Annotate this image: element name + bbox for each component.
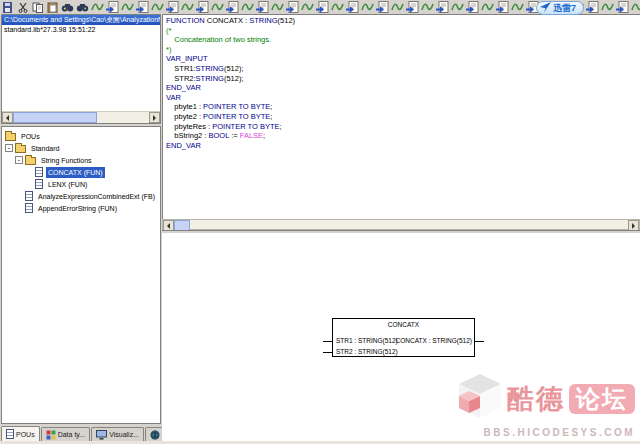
macro-green-icon[interactable]: [391, 1, 405, 13]
collapse-minus-icon[interactable]: -: [5, 144, 13, 152]
tree-item-label: AppendErrorString (FUN): [36, 203, 119, 214]
doc-arrow-icon[interactable]: [226, 1, 240, 13]
tab-label: POUs: [16, 431, 35, 438]
find-icon[interactable]: [61, 1, 75, 13]
brand-forum-box: 论坛: [569, 384, 635, 414]
badge-label: 迅雷7: [553, 2, 576, 15]
macro-green-icon[interactable]: [181, 1, 195, 13]
scrollbar-thumb[interactable]: [13, 112, 97, 123]
doc-arrow-icon[interactable]: [316, 1, 330, 13]
thunder7-overlay-badge[interactable]: 迅雷7: [536, 1, 584, 15]
code-line: END_VAR: [166, 83, 640, 93]
scroll-right-button[interactable]: [149, 112, 160, 123]
tree-item-lenx-fun[interactable]: LENX (FUN): [2, 178, 160, 190]
output-wire: [475, 341, 484, 342]
scrollbar-track[interactable]: [97, 112, 149, 123]
doc-arrow-icon[interactable]: [436, 1, 450, 13]
code-line: Concatenation of two strings.: [166, 35, 640, 45]
library-manager-panel: C:\Documents and Settings\Cao\桌面\Analyza…: [1, 14, 161, 124]
code-line: STR1:STRING(512);: [166, 64, 640, 74]
tab-label: Visualiz...: [109, 431, 139, 438]
fbd-diagram-area[interactable]: CONCATX STR1 : STRING(512) STR2 : STRING…: [162, 233, 640, 444]
block-input-2: STR2 : STRING(512): [336, 348, 398, 355]
input-wire-2: [323, 352, 332, 353]
macro-green-icon[interactable]: [511, 1, 525, 13]
macro-green-icon[interactable]: [421, 1, 435, 13]
copy-icon[interactable]: [31, 1, 45, 13]
tree-item-label: Standard: [29, 143, 61, 154]
code-hscrollbar[interactable]: [162, 219, 640, 230]
site-url-text: BBS.HICODESYS.COM: [420, 427, 635, 438]
tree-item-string-functions[interactable]: -String Functions: [2, 154, 160, 166]
tree-item-label: LENX (FUN): [46, 179, 89, 190]
macro-green-icon[interactable]: [631, 1, 640, 13]
scroll-left-button[interactable]: [2, 112, 13, 123]
library-file-info: standard.lib*27.3.98 15:51:22: [2, 25, 160, 35]
brand-chinese-text: 酷德: [507, 384, 565, 414]
doc-arrow-icon[interactable]: [166, 1, 180, 13]
macro-green-icon[interactable]: [151, 1, 165, 13]
tree-item-label: CONCATX (FUN): [46, 167, 105, 178]
find-replace-icon[interactable]: [76, 1, 90, 13]
function-block-concatx[interactable]: CONCATX STR1 : STRING(512) STR2 : STRING…: [332, 318, 475, 357]
paste-icon[interactable]: [46, 1, 60, 13]
tree-item-label: AnalyzeExpressionCombinedExt (FB): [36, 191, 157, 202]
collapse-minus-icon[interactable]: -: [15, 156, 23, 164]
doc-arrow-icon[interactable]: [406, 1, 420, 13]
datatypes-icon: [46, 430, 56, 440]
tree-item-standard[interactable]: -Standard: [2, 142, 160, 154]
doc-arrow-icon[interactable]: [286, 1, 300, 13]
tree-item-appenderrorstring-fun[interactable]: AppendErrorString (FUN): [2, 202, 160, 214]
tab-visualiz[interactable]: Visualiz...: [91, 427, 144, 441]
pou-tree-panel: POUs-Standard-String FunctionsCONCATX (F…: [1, 126, 161, 424]
tree-item-pous[interactable]: POUs: [2, 130, 160, 142]
doc-arrow-icon[interactable]: [136, 1, 150, 13]
scrollbar-track[interactable]: [190, 220, 628, 229]
doc-arrow-icon[interactable]: [256, 1, 270, 13]
doc-arrow-icon[interactable]: [376, 1, 390, 13]
doc-arrow-icon[interactable]: [346, 1, 360, 13]
globals-icon: [150, 430, 160, 440]
cut-icon[interactable]: [16, 1, 30, 13]
code-editor[interactable]: FUNCTION CONCATX : STRING(512)(* Concate…: [162, 14, 640, 219]
tree-item-analyzeexpressioncombinedext-fb[interactable]: AnalyzeExpressionCombinedExt (FB): [2, 190, 160, 202]
library-window-title-bar[interactable]: C:\Documents and Settings\Cao\桌面\Analyza…: [2, 15, 160, 25]
macro-green-icon[interactable]: [211, 1, 225, 13]
pou-icon: [25, 203, 36, 213]
doc-arrow-icon[interactable]: [616, 1, 630, 13]
codesys-main-window: { "colors": { "window_bg": "#d6d3ce", "t…: [0, 0, 640, 444]
library-comment-area[interactable]: [2, 35, 160, 111]
object-organizer-tabs: POUsData ty...Visualiz...Global...: [1, 427, 161, 441]
macro-green-icon[interactable]: [301, 1, 315, 13]
pou-icon: [25, 191, 36, 201]
doc-arrow-icon[interactable]: [496, 1, 510, 13]
library-hscrollbar[interactable]: [2, 111, 160, 123]
code-line: VAR: [166, 93, 640, 103]
macro-green-icon[interactable]: [121, 1, 135, 13]
tab-data-ty[interactable]: Data ty...: [41, 427, 91, 441]
macro-green-icon[interactable]: [481, 1, 495, 13]
pou-icon: [35, 179, 46, 189]
doc-arrow-icon[interactable]: [106, 1, 120, 13]
doc-arrow-icon[interactable]: [466, 1, 480, 13]
save-icon[interactable]: [1, 1, 15, 13]
macro-green-icon[interactable]: [91, 1, 105, 13]
doc-arrow-icon[interactable]: [586, 1, 600, 13]
tree-item-concatx-fun[interactable]: CONCATX (FUN): [2, 166, 160, 178]
input-wire-1: [323, 341, 332, 342]
macro-green-icon[interactable]: [241, 1, 255, 13]
pou-tab-icon: [6, 429, 14, 439]
thunder-bird-icon: [539, 2, 552, 15]
macro-green-icon[interactable]: [601, 1, 615, 13]
code-line: bString2 : BOOL := FALSE;: [166, 131, 640, 141]
visualization-icon: [96, 430, 107, 440]
pou-tree: POUs-Standard-String FunctionsCONCATX (F…: [2, 130, 160, 214]
macro-green-icon[interactable]: [271, 1, 285, 13]
macro-green-icon[interactable]: [361, 1, 375, 13]
doc-arrow-icon[interactable]: [196, 1, 210, 13]
tab-pous[interactable]: POUs: [1, 426, 40, 441]
code-line: STR2:STRING(512);: [166, 74, 640, 84]
macro-green-icon[interactable]: [451, 1, 465, 13]
macro-green-icon[interactable]: [331, 1, 345, 13]
code-line: *): [166, 45, 640, 55]
